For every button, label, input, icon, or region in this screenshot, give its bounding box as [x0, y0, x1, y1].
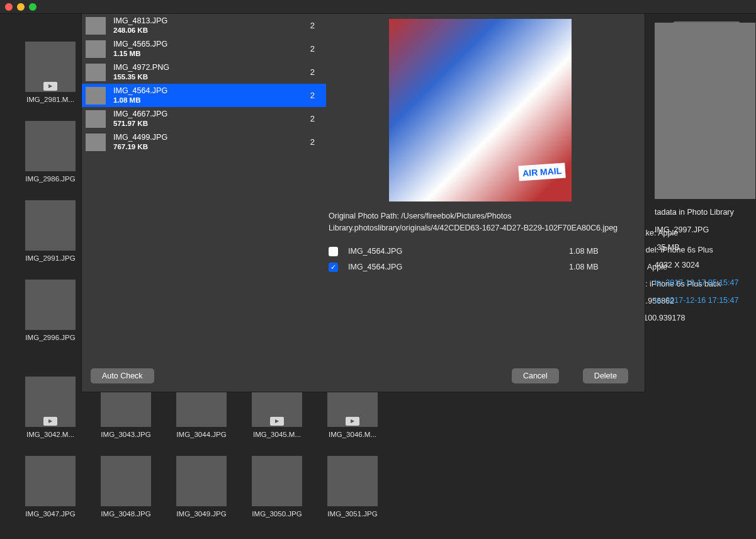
row-info: IMG_4565.JPG 1.15 MB: [113, 40, 310, 59]
duplicate-count: 2: [310, 21, 315, 30]
copy-checkbox[interactable]: ✓: [329, 263, 338, 272]
dialog-footer: Auto Check Cancel Delete: [82, 360, 645, 392]
row-thumb: [86, 133, 106, 151]
image-icon: [25, 200, 76, 251]
photo-thumbnail[interactable]: IMG_2981.M...: [25, 42, 76, 103]
image-icon: [25, 280, 76, 330]
thumbnail-label: IMG_3047.JPG: [25, 510, 76, 518]
duplicate-count: 2: [310, 91, 315, 100]
original-path: Original Photo Path: /Users/fireebok/Pic…: [329, 210, 632, 234]
image-icon: [25, 121, 76, 171]
preview-image: [389, 19, 572, 201]
duplicate-count: 2: [310, 67, 315, 77]
duplicate-row[interactable]: IMG_4564.JPG 1.08 MB 2: [82, 84, 326, 107]
row-info: IMG_4564.JPG 1.08 MB: [113, 86, 310, 105]
file-size: 155.35 KB: [113, 72, 310, 81]
duplicate-count: 2: [310, 114, 315, 123]
file-size: 767.19 KB: [113, 142, 310, 151]
duplicate-count: 2: [310, 137, 315, 147]
duplicate-row[interactable]: IMG_4972.PNG 155.35 KB 2: [82, 60, 326, 84]
duplicate-row[interactable]: IMG_4667.JPG 571.97 KB 2: [82, 107, 326, 130]
photo-thumbnail[interactable]: IMG_2996.JPG: [25, 280, 76, 341]
thumbnail-label: IMG_2986.JPG: [25, 175, 76, 183]
image-icon: [101, 456, 151, 506]
row-thumb: [86, 64, 106, 81]
duplicate-row[interactable]: IMG_4565.JPG 1.15 MB 2: [82, 37, 326, 60]
row-info: IMG_4499.JPG 767.19 KB: [113, 133, 310, 152]
row-info: IMG_4972.PNG 155.35 KB: [113, 63, 310, 82]
thumbnail-label: IMG_2991.JPG: [25, 254, 76, 262]
image-icon: [327, 456, 378, 506]
thumbnail-label: IMG_3048.JPG: [101, 510, 151, 518]
thumbnail-label: IMG_3050.JPG: [252, 510, 302, 518]
photo-thumbnail[interactable]: IMG_3051.JPG: [327, 456, 378, 518]
copy-list: IMG_4564.JPG 1.08 MB ✓ IMG_4564.JPG 1.08…: [329, 247, 632, 272]
row-thumb: [86, 17, 106, 35]
copy-filesize: 1.08 MB: [569, 247, 632, 256]
file-name: IMG_4499.JPG: [113, 133, 310, 143]
thumbnail-label: IMG_3042.M...: [25, 431, 76, 438]
image-icon: [252, 456, 302, 506]
thumbnail-label: IMG_3045.M...: [252, 431, 302, 438]
photo-thumbnail[interactable]: IMG_3049.JPG: [176, 456, 227, 518]
duplicate-detail: Original Photo Path: /Users/fireebok/Pic…: [326, 14, 645, 360]
photo-thumbnail[interactable]: IMG_3048.JPG: [101, 456, 151, 518]
copy-filename: IMG_4564.JPG: [348, 263, 569, 271]
duplicate-finder-dialog: IMG_4813.JPG 248.06 KB 2 IMG_4565.JPG 1.…: [82, 14, 645, 392]
file-size: 1.15 MB: [113, 49, 310, 58]
row-info: IMG_4813.JPG 248.06 KB: [113, 16, 310, 35]
maximize-window-button[interactable]: [29, 3, 37, 11]
duplicate-row[interactable]: IMG_4499.JPG 767.19 KB 2: [82, 130, 326, 154]
path-label: Original Photo Path:: [329, 212, 401, 220]
delete-button[interactable]: Delete: [583, 368, 628, 383]
file-name: IMG_4972.PNG: [113, 63, 310, 73]
image-icon: [25, 456, 76, 506]
auto-check-button[interactable]: Auto Check: [91, 368, 154, 383]
file-name: IMG_4813.JPG: [113, 16, 310, 26]
cancel-button[interactable]: Cancel: [512, 368, 559, 383]
thumbnail-label: IMG_3043.JPG: [101, 431, 151, 438]
photo-thumbnail[interactable]: IMG_2991.JPG: [25, 200, 76, 262]
file-size: 571.97 KB: [113, 119, 310, 128]
photo-thumbnail[interactable]: IMG_2986.JPG: [25, 121, 76, 183]
file-name: IMG_4565.JPG: [113, 40, 310, 50]
file-size: 248.06 KB: [113, 26, 310, 35]
minimize-window-button[interactable]: [17, 3, 25, 11]
duplicate-count: 2: [310, 44, 315, 54]
thumbnail-label: IMG_3051.JPG: [327, 510, 378, 518]
photo-thumbnail[interactable]: IMG_3050.JPG: [252, 456, 302, 518]
thumbnail-label: IMG_3044.JPG: [176, 431, 227, 438]
file-size: 1.08 MB: [113, 96, 310, 105]
thumbnail-label: IMG_3049.JPG: [176, 510, 227, 518]
duplicate-list[interactable]: IMG_4813.JPG 248.06 KB 2 IMG_4565.JPG 1.…: [82, 14, 326, 360]
row-thumb: [86, 110, 106, 128]
duplicate-row[interactable]: IMG_4813.JPG 248.06 KB 2: [82, 14, 326, 37]
photo-thumbnail[interactable]: IMG_3047.JPG: [25, 456, 76, 518]
video-icon: [25, 42, 76, 92]
video-icon: [25, 377, 76, 427]
copy-row: ✓ IMG_4564.JPG 1.08 MB: [329, 263, 632, 272]
thumbnail-label: IMG_2996.JPG: [25, 334, 76, 341]
close-window-button[interactable]: [5, 3, 13, 11]
file-name: IMG_4667.JPG: [113, 110, 310, 120]
edit-exif-button[interactable]: Edit Exif data: [672, 21, 741, 38]
file-name: IMG_4564.JPG: [113, 86, 310, 96]
thumbnail-label: IMG_3046.M...: [327, 431, 378, 438]
titlebar: [0, 0, 756, 14]
thumbnail-label: IMG_2981.M...: [25, 96, 76, 103]
copy-checkbox[interactable]: [329, 247, 338, 256]
photo-thumbnail[interactable]: IMG_3042.M...: [25, 377, 76, 438]
row-thumb: [86, 40, 106, 58]
image-icon: [176, 456, 227, 506]
copy-filesize: 1.08 MB: [569, 263, 632, 271]
row-info: IMG_4667.JPG 571.97 KB: [113, 110, 310, 128]
copy-row: IMG_4564.JPG 1.08 MB: [329, 247, 632, 256]
copy-filename: IMG_4564.JPG: [348, 247, 569, 256]
row-thumb: [86, 87, 106, 105]
